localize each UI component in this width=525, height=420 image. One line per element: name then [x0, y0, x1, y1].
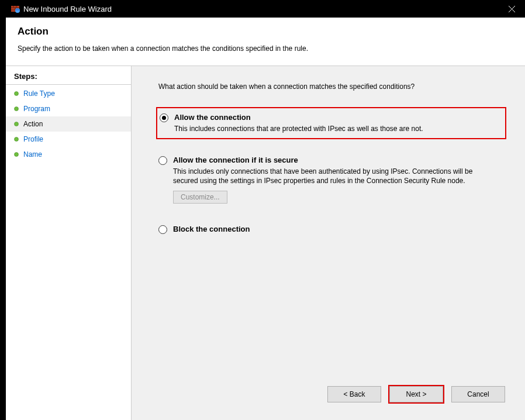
- step-label: Name: [23, 150, 42, 159]
- steps-sidebar: Steps: Rule Type Program Action Profile: [6, 66, 132, 420]
- option-block: Block the connection: [156, 220, 506, 240]
- option-allow-desc: This includes connections that are prote…: [174, 124, 478, 133]
- window-title: New Inbound Rule Wizard: [23, 5, 498, 13]
- svg-point-11: [15, 122, 19, 126]
- titlebar: New Inbound Rule Wizard: [6, 0, 525, 18]
- option-allow-secure-title: Allow the connection if it is secure: [173, 156, 502, 164]
- option-allow-secure-desc: This includes only connections that have…: [173, 167, 477, 185]
- bullet-icon: [14, 91, 19, 96]
- bullet-icon: [14, 106, 19, 111]
- radio-block[interactable]: [158, 225, 167, 234]
- bullet-icon: [14, 122, 19, 126]
- next-button[interactable]: Next >: [389, 386, 443, 402]
- svg-point-12: [15, 137, 19, 142]
- option-allow-title: Allow the connection: [174, 113, 500, 122]
- page-title: Action: [18, 26, 513, 37]
- radio-allow[interactable]: [160, 113, 168, 122]
- step-label: Program: [23, 105, 50, 113]
- close-button[interactable]: [498, 0, 525, 18]
- wizard-buttons: < Back Next > Cancel: [156, 385, 506, 408]
- step-name[interactable]: Name: [6, 147, 131, 162]
- bullet-icon: [14, 137, 19, 142]
- step-label: Rule Type: [23, 89, 55, 98]
- option-allow: Allow the connection This includes conne…: [156, 107, 506, 139]
- back-button[interactable]: < Back: [327, 386, 381, 402]
- firewall-icon: [11, 4, 20, 13]
- option-allow-secure: Allow the connection if it is secure Thi…: [156, 151, 506, 208]
- step-profile[interactable]: Profile: [6, 132, 131, 147]
- page-description: Specify the action to be taken when a co…: [18, 44, 513, 53]
- svg-point-10: [15, 107, 19, 111]
- main-prompt: What action should be taken when a conne…: [158, 82, 506, 91]
- steps-heading: Steps:: [6, 70, 131, 85]
- wizard-header: Action Specify the action to be taken wh…: [6, 18, 525, 66]
- step-rule-type[interactable]: Rule Type: [6, 86, 131, 101]
- cancel-button[interactable]: Cancel: [451, 386, 505, 402]
- bullet-icon: [14, 152, 19, 157]
- step-label: Action: [23, 120, 43, 128]
- step-program[interactable]: Program: [6, 101, 131, 116]
- customize-button: Customize...: [173, 191, 227, 204]
- main-panel: What action should be taken when a conne…: [132, 66, 525, 420]
- svg-point-13: [15, 153, 19, 157]
- close-icon: [509, 6, 515, 12]
- option-block-title: Block the connection: [173, 225, 502, 233]
- step-action[interactable]: Action: [6, 116, 131, 132]
- step-label: Profile: [23, 135, 43, 143]
- radio-allow-secure[interactable]: [158, 156, 167, 165]
- svg-point-9: [15, 92, 19, 96]
- wizard-window: New Inbound Rule Wizard Action Specify t…: [6, 0, 525, 420]
